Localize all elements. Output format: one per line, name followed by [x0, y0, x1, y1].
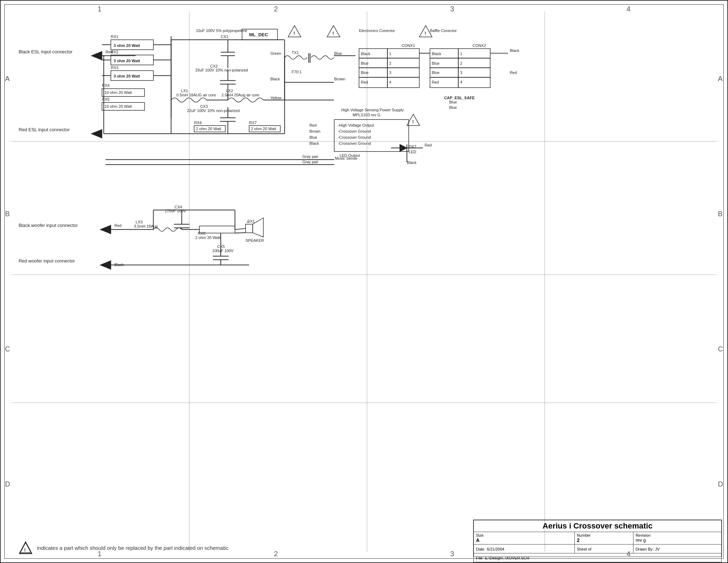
- red-woofer-arrow: [100, 261, 111, 269]
- svg-text:!: !: [24, 547, 26, 553]
- co-ground3: -Crossover Ground: [338, 141, 371, 145]
- rx6-value: 2 ohm 20 Watt: [196, 127, 221, 131]
- black-esl-label: Black ESL input connector: [18, 49, 73, 54]
- lx2-desc: 2.5mH 20Aug air core: [221, 93, 259, 97]
- warning-note: ! indicates a part which should only be …: [18, 541, 229, 554]
- red-led-label: Red: [425, 143, 432, 147]
- sx1-pos-wire: [235, 228, 246, 229]
- lx2-label: LX2: [226, 89, 233, 93]
- cx2-desc: 33uF 100V 10% non-polarized: [195, 68, 248, 72]
- title-block: Title Aerius i Crossover schematic Size …: [473, 520, 722, 557]
- blue-label2: Blue: [449, 105, 457, 110]
- black-woofer-label: Black woofer input connector: [18, 223, 78, 228]
- rx1-label1: RX1: [111, 34, 118, 39]
- rx8-desc: 2 ohm 20 Watt: [195, 235, 220, 240]
- rx2-value: 3 ohm 20 Watt: [114, 59, 140, 63]
- red-woofer-label: Red woofer input connector: [18, 258, 75, 264]
- gray-pair-label1: Gray pair: [302, 154, 318, 159]
- rx8-label: RX8: [198, 231, 205, 235]
- size-label: Size: [476, 533, 572, 537]
- size-value: A: [476, 537, 572, 543]
- warning-icon: !: [18, 541, 33, 554]
- number-value: 2: [577, 537, 631, 543]
- hv-supply-title: High Voltage Sensing Power Supply: [341, 108, 404, 112]
- schematic-svg: text { font-family: Arial, sans-serif; f…: [1, 1, 727, 562]
- file-value: E:\Design\..\XOVER.SCH: [485, 556, 529, 560]
- sheet-cell: Sheet of: [574, 545, 633, 553]
- revision-cell: Revision rev g: [633, 532, 721, 545]
- tx1-label: TX1: [292, 51, 299, 55]
- sx1-rect: [246, 224, 253, 233]
- conx2-num3: 3: [460, 70, 462, 75]
- music-sense-label: Music Sense: [335, 156, 357, 160]
- page: 1 2 3 4 1 2 3 4 A B C D A B C D text { f…: [0, 0, 728, 563]
- conx2-num2: 2: [460, 61, 462, 65]
- lx3-symbol: [154, 228, 182, 231]
- conx2-label: CONX2: [472, 43, 486, 48]
- brown-label-tx: Brown: [334, 77, 345, 81]
- rx6-label: RX6: [194, 121, 202, 125]
- yellow-label: Yellow: [271, 96, 282, 100]
- sheet-value: Sheet of: [577, 547, 592, 551]
- rx5-value: 10 ohm 20 Watt: [105, 104, 132, 108]
- drawn-value: JV: [655, 547, 660, 551]
- number-cell: Number 2: [574, 532, 633, 545]
- file-cell: File: E:\Design\..\XOVER.SCH: [474, 553, 722, 562]
- title-value: Aerius i Crossover schematic: [542, 521, 652, 530]
- gray-pair-label2: Gray pair: [302, 160, 318, 164]
- cx1-label: CX1: [221, 34, 228, 39]
- conx1-label: CONX1: [402, 43, 415, 48]
- blue-label-conx2: Blue: [449, 100, 457, 104]
- file-label: File:: [476, 556, 483, 560]
- hv-black: Black: [309, 141, 319, 145]
- lx1-symbol: [171, 98, 207, 102]
- rx7-label: RX7: [249, 121, 257, 125]
- ml-dec-label: ML_DEC: [249, 32, 268, 37]
- dx2-symbol: [400, 144, 407, 152]
- cx5-desc: 100uF 100V: [212, 249, 234, 253]
- cx3-label: CX3: [200, 104, 208, 108]
- date-cell: Date: 6/21/2004: [474, 545, 575, 553]
- tx1-primary: [285, 56, 307, 59]
- sx1-type: SPEAKER: [246, 238, 264, 243]
- svg-text:!: !: [332, 31, 334, 36]
- conx1-num2: 2: [389, 61, 391, 65]
- conx1-red: Red: [361, 80, 368, 84]
- lx1-desc: 0.5mH 18AUG air core: [176, 93, 216, 97]
- revision-value: rev g: [636, 537, 719, 543]
- conx1-num1: 1: [389, 52, 391, 56]
- black-esl-arrow: [91, 52, 102, 60]
- warning-text: indicates a part which should only be re…: [37, 545, 229, 551]
- rx4-value: 10 ohm 20 Watt: [105, 90, 132, 95]
- co-ground1: -Crossover Ground: [338, 129, 371, 133]
- conx1-num4: 4: [389, 80, 391, 84]
- black-woofer-wire: Black: [114, 262, 124, 267]
- lx1-label: LX1: [181, 89, 188, 93]
- tx1-secondary: [311, 56, 334, 59]
- warning-1: !: [288, 26, 301, 37]
- conx2-blue: Blue: [432, 61, 440, 65]
- cx2-label: CX2: [210, 64, 218, 68]
- black-led-label: Black: [407, 160, 417, 165]
- lx3-desc: 3.5mH 18Aug: [134, 224, 158, 228]
- svg-text:!: !: [412, 119, 414, 124]
- rx3-value: 3 ohm 20 Watt: [114, 74, 140, 78]
- black-wire-right: Black: [510, 48, 519, 53]
- cx4-desc: 170uF 100V: [165, 209, 186, 213]
- black-label-tx: Black: [271, 77, 280, 81]
- hv-output-label: -High Voltage Output: [338, 123, 374, 127]
- red-esl-arrow: [91, 129, 102, 138]
- drawn-cell: Drawn By: JV: [633, 545, 721, 553]
- conx1-black: Black: [361, 52, 370, 56]
- svg-text:!: !: [425, 31, 426, 36]
- cx3-desc: 22uF 100V 10% non-polarized: [187, 108, 240, 113]
- date-value: 6/21/2004: [487, 547, 504, 551]
- date-label: Date:: [476, 547, 485, 551]
- conx2-black: Black: [432, 52, 441, 56]
- tx1-ratio: F70:1: [292, 70, 302, 74]
- blue-label-tx: Blue: [334, 51, 342, 55]
- sx1-plus: +: [247, 220, 249, 224]
- lx3-label: LX3: [136, 220, 143, 224]
- conx2-blue2: Blue: [432, 70, 440, 75]
- black-woofer-arrow: [100, 225, 111, 234]
